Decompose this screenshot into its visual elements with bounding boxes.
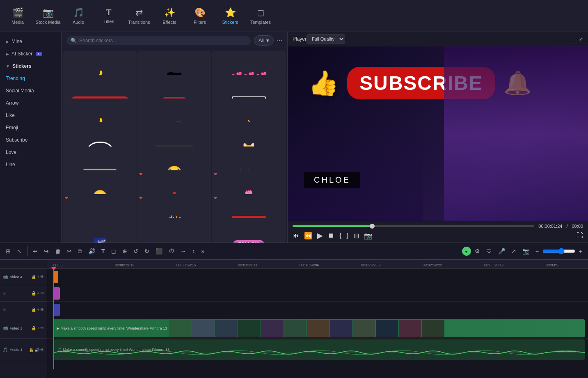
toolbar-templates[interactable]: ◻ Templates — [246, 2, 275, 30]
timeline-mic-btn[interactable]: 🎤 — [496, 246, 508, 256]
split-button[interactable]: ⊟ — [354, 232, 359, 240]
more-options-button[interactable]: ··· — [277, 37, 282, 44]
sidebar-item-line[interactable]: Line — [0, 158, 61, 171]
eye-icon-3[interactable]: 👁 — [40, 291, 44, 296]
frame-bracket-left[interactable]: { — [339, 232, 341, 239]
delete-button[interactable]: 🗑 — [53, 246, 63, 256]
scale-v-button[interactable]: ↕ — [190, 246, 198, 256]
video-canvas: 👍 SUBSCRIBE 🔔 CHLOE — [288, 46, 588, 221]
toolbar-effects[interactable]: ✨ Effects — [155, 2, 184, 30]
toolbar-media[interactable]: 🎬 Media — [3, 2, 32, 30]
audio-button[interactable]: 🔊 — [86, 246, 98, 256]
track-row-audio1[interactable]: 🎵 Make a smooth speed ramp every time! W… — [47, 339, 588, 361]
toolbar-stickers[interactable]: ⭐ Stickers — [216, 2, 245, 30]
toolbar-titles[interactable]: T Titles — [94, 2, 123, 30]
clip-t3[interactable] — [53, 287, 60, 300]
playhead[interactable] — [53, 269, 54, 369]
add-icon-v1[interactable]: + — [37, 326, 39, 330]
eye-icon-2[interactable]: 👁 — [40, 307, 44, 312]
quality-select[interactable]: Full Quality 1/2 Quality 1/4 Quality — [307, 34, 345, 44]
add-track-icon[interactable]: + — [37, 275, 39, 279]
eye-icon[interactable]: 👁 — [40, 275, 44, 279]
track-row-video1[interactable]: ▶ Make a smooth speed ramp every time! W… — [47, 318, 588, 339]
timeline-main[interactable]: 00:00 00:00:29:19 00:00:59:15 00:01:29:1… — [47, 260, 588, 378]
redo-button[interactable]: ↪ — [41, 246, 51, 256]
timeline-share-btn[interactable]: ↗ — [509, 246, 519, 256]
clip-t2[interactable] — [53, 304, 60, 316]
add-button[interactable]: ⊕ — [120, 246, 130, 256]
sidebar-item-love[interactable]: Love — [0, 146, 61, 158]
screenshot-button[interactable]: 📷 — [364, 232, 372, 240]
list-item[interactable]: FOLLOW ⬇ — [212, 218, 286, 243]
sidebar-item-like[interactable]: Like — [0, 109, 61, 121]
play-button[interactable]: ▶ — [317, 231, 323, 240]
duplicate-button[interactable]: ⧉ — [76, 246, 85, 257]
lock-icon-3[interactable]: 🔒 — [31, 291, 36, 296]
toolbar-filters[interactable]: 🎨 Filters — [185, 2, 214, 30]
rotate-right-button[interactable]: ↻ — [142, 246, 152, 256]
timeline-zoom-in-btn[interactable]: + — [577, 246, 585, 256]
lock-icon-a1[interactable]: 🔒 — [29, 348, 34, 352]
toolbar-stock-media[interactable]: 📷 Stock Media — [34, 2, 62, 30]
total-time: 00:00 — [572, 224, 583, 229]
add-track-icon-2[interactable]: + — [37, 307, 39, 312]
sidebar-item-mine[interactable]: ▶ Mine — [0, 35, 61, 48]
timeline-zoom-out-btn[interactable]: − — [533, 246, 541, 256]
progress-knob[interactable] — [370, 224, 375, 229]
add-track-icon-3[interactable]: + — [37, 291, 39, 296]
video-preview: Player Full Quality 1/2 Quality 1/4 Qual… — [287, 32, 588, 243]
text-button[interactable]: T — [99, 246, 108, 256]
track-row-2[interactable] — [47, 302, 588, 318]
crop-button[interactable]: ⬛ — [153, 246, 165, 256]
eye-icon-v1[interactable]: 👁 — [40, 326, 44, 330]
sidebar-item-ai-sticker[interactable]: ▶ AI Sticker AI — [0, 48, 61, 60]
rotate-left-button[interactable]: ↺ — [131, 246, 141, 256]
media-icon: 🎬 — [12, 7, 23, 18]
undo-button[interactable]: ↩ — [30, 246, 40, 256]
toolbar-audio[interactable]: 🎵 Audio — [64, 2, 93, 30]
sidebar-item-subscribe[interactable]: Subscribe — [0, 134, 61, 146]
timeline-shield-btn[interactable]: 🛡 — [484, 246, 494, 256]
select-tool[interactable]: ↖ — [14, 246, 24, 256]
lock-icon-2[interactable]: 🔒 — [31, 307, 36, 312]
speed-button[interactable]: ⏱ — [166, 246, 177, 256]
sidebar-subscribe-label: Subscribe — [6, 137, 27, 143]
list-item[interactable]: 🌌 ⬇ — [63, 218, 137, 243]
sidebar-item-social-media[interactable]: Social Media — [0, 85, 61, 97]
list-item[interactable]: · · · · · ⬇ — [137, 218, 211, 243]
progress-track[interactable] — [293, 225, 534, 227]
zoom-slider[interactable] — [542, 248, 575, 254]
timeline-settings-btn[interactable]: ⚙ — [472, 246, 483, 256]
layout-button[interactable]: ⊞ — [3, 246, 13, 256]
expand-icon[interactable]: ⤢ — [579, 36, 583, 42]
filter-button[interactable]: All ▾ — [254, 35, 274, 46]
frame-bracket-right[interactable]: } — [346, 232, 348, 239]
fullscreen-button[interactable]: ⛶ — [577, 232, 583, 239]
toolbar-transitions[interactable]: ⇄ Transitions — [125, 2, 153, 30]
lock-icon[interactable]: 🔒 — [31, 275, 36, 279]
timeline-cam-btn[interactable]: 📷 — [520, 246, 532, 256]
sidebar-item-trending[interactable]: Trending — [0, 72, 61, 85]
stop-button[interactable]: ⏹ — [328, 232, 334, 239]
top-toolbar: 🎬 Media 📷 Stock Media 🎵 Audio T Titles ⇄… — [0, 0, 588, 32]
sidebar-item-arrow[interactable]: Arrow — [0, 97, 61, 109]
search-input[interactable] — [79, 38, 247, 44]
step-back-button[interactable]: ⏪ — [304, 232, 312, 240]
search-box[interactable]: 🔍 — [66, 36, 251, 45]
more-tools-button[interactable]: » — [199, 246, 207, 256]
track-row-3[interactable] — [47, 285, 588, 302]
track-row-video4[interactable] — [47, 269, 588, 285]
timeline-track-btn[interactable]: ● — [462, 247, 471, 256]
cut-button[interactable]: ✂ — [64, 246, 74, 256]
vol-icon-a1[interactable]: 🔊 — [34, 348, 39, 352]
rewind-button[interactable]: ⏮ — [293, 232, 299, 239]
lock-icon-v1[interactable]: 🔒 — [31, 326, 36, 330]
main-video-clip[interactable]: ▶ Make a smooth speed ramp every time! W… — [53, 319, 585, 337]
sidebar-item-emoji[interactable]: Emoji — [0, 121, 61, 134]
sidebar-item-stickers[interactable]: ▼ Stickers — [0, 60, 61, 72]
progress-fill — [293, 225, 372, 227]
shape-button[interactable]: ◻ — [109, 246, 119, 256]
audio-clip[interactable]: 🎵 Make a smooth speed ramp every time! W… — [53, 339, 585, 360]
scale-h-button[interactable]: ↔ — [178, 246, 189, 256]
eye-icon-a1[interactable]: 👁 — [40, 348, 44, 352]
